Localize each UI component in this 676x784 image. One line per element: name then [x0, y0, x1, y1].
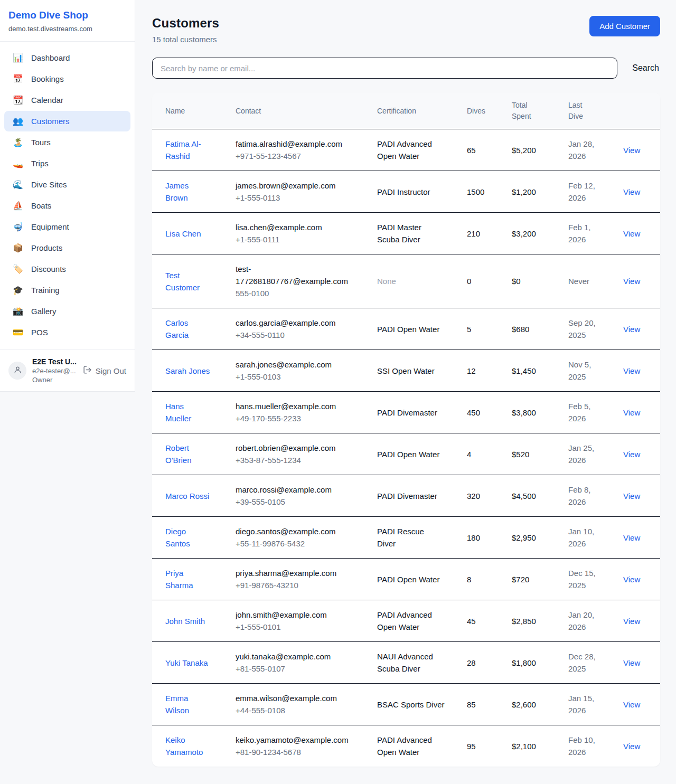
customer-email: james.brown@example.com [236, 180, 351, 192]
customer-dives: 1500 [461, 171, 505, 213]
customer-name-link[interactable]: Sarah Jones [165, 365, 210, 377]
customer-name-link[interactable]: Test Customer [165, 269, 210, 294]
sidebar-nav: 📊 Dashboard 📅 Bookings 📆 Calendar 👥 Cust… [0, 42, 135, 350]
customer-last-dive: Jan 20, 2026 [568, 609, 606, 633]
customer-email: hans.mueller@example.com [236, 400, 351, 412]
view-link[interactable]: View [623, 450, 640, 459]
customer-dives: 450 [461, 392, 505, 433]
customer-total-spent: $2,850 [505, 600, 562, 642]
customer-name-link[interactable]: Carlos Garcia [165, 317, 210, 341]
customer-certification: SSI Open Water [377, 365, 445, 377]
customer-name-link[interactable]: John Smith [165, 615, 205, 627]
customer-certification: PADI Open Water [377, 448, 445, 460]
sidebar-item-discounts[interactable]: 🏷️ Discounts [4, 259, 130, 279]
sidebar-item-training[interactable]: 🎓 Training [4, 280, 130, 300]
search-input[interactable] [152, 58, 617, 79]
view-link[interactable]: View [623, 229, 640, 238]
page-header-text: Customers 15 total customers [152, 16, 219, 44]
user-email: e2e-tester@... [32, 367, 77, 375]
sidebar-item-dive-sites[interactable]: 🌊 Dive Sites [4, 174, 130, 195]
customer-total-spent: $3,200 [505, 213, 562, 254]
sidebar-item-label: Dashboard [31, 53, 70, 62]
table-row: James Brown james.brown@example.com +1-5… [152, 171, 660, 213]
customer-dives: 4 [461, 433, 505, 475]
avatar [8, 362, 26, 380]
customer-name-link[interactable]: Robert O'Brien [165, 442, 210, 466]
customer-total-spent: $720 [505, 559, 562, 600]
view-link[interactable]: View [623, 187, 640, 196]
sidebar-item-bookings[interactable]: 📅 Bookings [4, 69, 130, 89]
customer-email: fatima.alrashid@example.com [236, 138, 351, 150]
user-info: E2E Test U... e2e-tester@... Owner [32, 357, 77, 384]
customer-certification: PADI Advanced Open Water [377, 609, 445, 633]
customer-last-dive: Dec 15, 2025 [568, 567, 606, 591]
customer-name-link[interactable]: Diego Santos [165, 525, 210, 550]
sidebar-item-label: POS [31, 328, 48, 337]
customer-phone: +39-555-0105 [236, 496, 351, 508]
sidebar-item-pos[interactable]: 💳 POS [4, 322, 130, 343]
customer-email: marco.rossi@example.com [236, 484, 351, 496]
diving-mask-icon: 🤿 [13, 222, 23, 232]
view-link[interactable]: View [623, 575, 640, 584]
sidebar-item-label: Equipment [31, 222, 69, 231]
customer-name-link[interactable]: Keiko Yamamoto [165, 734, 210, 758]
customer-certification: PADI Master Scuba Diver [377, 221, 445, 245]
customer-phone: +44-555-0108 [236, 704, 351, 716]
sidebar-item-boats[interactable]: ⛵ Boats [4, 195, 130, 216]
customer-total-spent: $1,800 [505, 642, 562, 684]
add-customer-button[interactable]: Add Customer [589, 16, 660, 36]
customer-name-link[interactable]: Marco Rossi [165, 490, 209, 502]
customer-last-dive: Never [568, 275, 606, 287]
bar-chart-icon: 📊 [13, 53, 23, 63]
customer-phone: +1-555-0103 [236, 371, 351, 383]
customer-certification: PADI Advanced Open Water [377, 138, 445, 162]
view-link[interactable]: View [623, 492, 640, 500]
search-button[interactable]: Search [631, 60, 660, 76]
customer-last-dive: Dec 28, 2025 [568, 650, 606, 675]
sailboat-icon: ⛵ [13, 201, 23, 211]
customer-certification: NAUI Advanced Scuba Diver [377, 650, 445, 675]
customer-name-link[interactable]: Lisa Chen [165, 228, 201, 240]
customer-phone: +49-170-555-2233 [236, 412, 351, 424]
sidebar-item-tours[interactable]: 🏝️ Tours [4, 132, 130, 153]
sidebar-item-customers[interactable]: 👥 Customers [4, 111, 130, 131]
customer-name-link[interactable]: James Brown [165, 180, 210, 204]
shop-name: Demo Dive Shop [8, 10, 126, 21]
customer-name-link[interactable]: Yuki Tanaka [165, 657, 208, 669]
sidebar-item-gallery[interactable]: 📸 Gallery [4, 301, 130, 322]
view-link[interactable]: View [623, 533, 640, 542]
sidebar-item-dashboard[interactable]: 📊 Dashboard [4, 48, 130, 68]
customer-dives: 95 [461, 725, 505, 767]
search-bar: Search [152, 58, 660, 79]
view-link[interactable]: View [623, 617, 640, 626]
customer-name-link[interactable]: Emma Wilson [165, 692, 210, 716]
sidebar-item-equipment[interactable]: 🤿 Equipment [4, 216, 130, 237]
sidebar-item-products[interactable]: 📦 Products [4, 238, 130, 258]
sidebar-item-trips[interactable]: 🚤 Trips [4, 153, 130, 174]
sign-out-button[interactable]: Sign Out [83, 365, 126, 376]
customer-dives: 45 [461, 600, 505, 642]
view-link[interactable]: View [623, 366, 640, 375]
view-link[interactable]: View [623, 146, 640, 155]
customer-total-spent: $0 [505, 254, 562, 308]
customer-dives: 12 [461, 350, 505, 392]
col-header-certification: Certification [371, 93, 461, 129]
col-header-actions [617, 93, 660, 129]
customer-total-spent: $680 [505, 308, 562, 350]
view-link[interactable]: View [623, 742, 640, 751]
view-link[interactable]: View [623, 325, 640, 334]
customer-name-link[interactable]: Hans Mueller [165, 400, 210, 424]
customer-last-dive: Jan 25, 2026 [568, 442, 606, 466]
view-link[interactable]: View [623, 658, 640, 667]
view-link[interactable]: View [623, 700, 640, 709]
customer-count: 15 total customers [152, 35, 219, 44]
customer-dives: 85 [461, 684, 505, 725]
customer-name-link[interactable]: Priya Sharma [165, 567, 210, 591]
customer-phone: +353-87-555-1234 [236, 454, 351, 466]
view-link[interactable]: View [623, 277, 640, 286]
sidebar-item-calendar[interactable]: 📆 Calendar [4, 90, 130, 110]
view-link[interactable]: View [623, 408, 640, 417]
sidebar-item-label: Tours [31, 138, 51, 147]
customer-name-link[interactable]: Fatima Al-Rashid [165, 138, 210, 162]
customer-last-dive: Feb 12, 2026 [568, 180, 606, 204]
